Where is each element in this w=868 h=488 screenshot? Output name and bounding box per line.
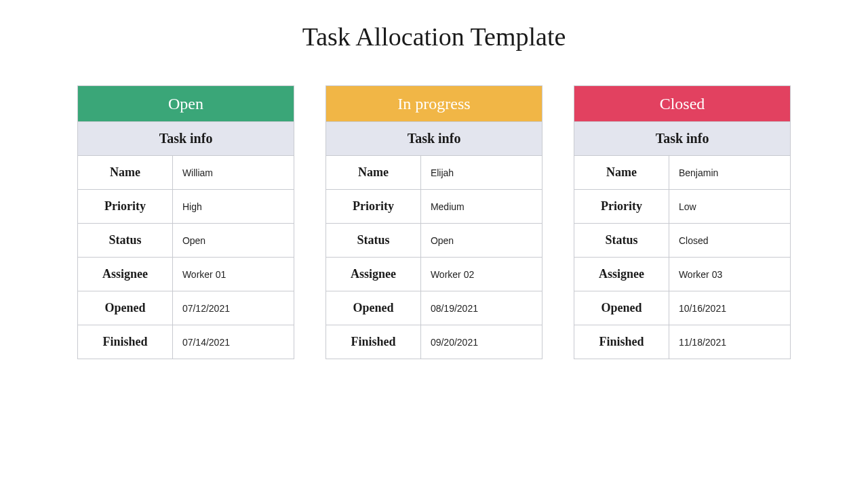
row-status: StatusClosed [574, 223, 790, 257]
row-opened: Opened07/12/2021 [78, 291, 294, 325]
label-name: Name [78, 156, 173, 189]
row-finished: Finished07/14/2021 [78, 325, 294, 359]
label-status: Status [326, 224, 421, 257]
label-assignee: Assignee [574, 258, 669, 291]
value-priority: Medium [421, 190, 542, 223]
value-name: William [173, 156, 294, 189]
label-opened: Opened [326, 291, 421, 325]
value-opened: 10/16/2021 [669, 291, 790, 325]
row-opened: Opened10/16/2021 [574, 291, 790, 325]
task-card-open: Open Task info NameWilliam PriorityHigh … [77, 85, 294, 359]
label-finished: Finished [326, 325, 421, 359]
label-opened: Opened [78, 291, 173, 325]
value-assignee: Worker 01 [173, 258, 294, 291]
row-status: StatusOpen [326, 223, 542, 257]
value-opened: 07/12/2021 [173, 291, 294, 325]
task-card-closed: Closed Task info NameBenjamin PriorityLo… [574, 85, 791, 359]
task-card-inprogress: In progress Task info NameElijah Priorit… [326, 85, 542, 359]
row-priority: PriorityLow [574, 189, 790, 223]
value-priority: High [173, 190, 294, 223]
page-title: Task Allocation Template [0, 0, 868, 85]
status-header: Open [78, 86, 294, 121]
status-header: In progress [326, 86, 542, 121]
label-name: Name [326, 156, 421, 189]
row-assignee: AssigneeWorker 03 [574, 257, 790, 291]
row-finished: Finished11/18/2021 [574, 325, 790, 359]
value-priority: Low [669, 190, 790, 223]
value-assignee: Worker 02 [421, 258, 542, 291]
row-priority: PriorityHigh [78, 189, 294, 223]
label-status: Status [574, 224, 669, 257]
label-finished: Finished [574, 325, 669, 359]
label-status: Status [78, 224, 173, 257]
label-assignee: Assignee [326, 258, 421, 291]
task-info-header: Task info [78, 121, 294, 155]
row-finished: Finished09/20/2021 [326, 325, 542, 359]
label-priority: Priority [574, 190, 669, 223]
label-priority: Priority [78, 190, 173, 223]
row-name: NameBenjamin [574, 155, 790, 189]
task-info-header: Task info [574, 121, 790, 155]
value-opened: 08/19/2021 [421, 291, 542, 325]
status-header: Closed [574, 86, 790, 121]
row-priority: PriorityMedium [326, 189, 542, 223]
value-finished: 11/18/2021 [669, 325, 790, 359]
label-opened: Opened [574, 291, 669, 325]
label-finished: Finished [78, 325, 173, 359]
label-priority: Priority [326, 190, 421, 223]
value-status: Open [173, 224, 294, 257]
value-finished: 07/14/2021 [173, 325, 294, 359]
value-name: Benjamin [669, 156, 790, 189]
row-name: NameWilliam [78, 155, 294, 189]
label-name: Name [574, 156, 669, 189]
row-assignee: AssigneeWorker 02 [326, 257, 542, 291]
value-finished: 09/20/2021 [421, 325, 542, 359]
task-info-header: Task info [326, 121, 542, 155]
value-assignee: Worker 03 [669, 258, 790, 291]
value-status: Closed [669, 224, 790, 257]
row-status: StatusOpen [78, 223, 294, 257]
value-name: Elijah [421, 156, 542, 189]
label-assignee: Assignee [78, 258, 173, 291]
row-name: NameElijah [326, 155, 542, 189]
row-opened: Opened08/19/2021 [326, 291, 542, 325]
columns-container: Open Task info NameWilliam PriorityHigh … [0, 85, 868, 359]
value-status: Open [421, 224, 542, 257]
row-assignee: AssigneeWorker 01 [78, 257, 294, 291]
